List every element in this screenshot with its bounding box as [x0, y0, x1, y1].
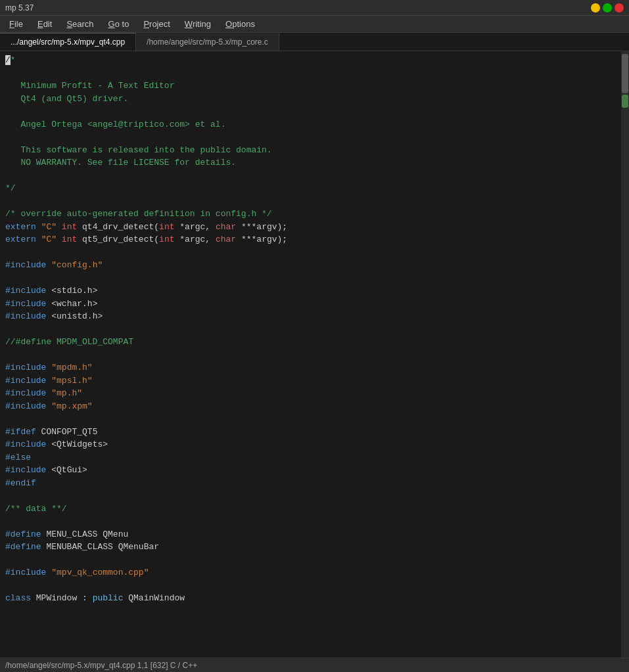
status-path: /home/angel/src/mp-5.x/mpv_qt4.cpp — [5, 661, 135, 670]
tab-bar: .../angel/src/mp-5.x/mpv_qt4.cpp /home/a… — [0, 33, 629, 51]
tab-label-2: /home/angel/src/mp-5.x/mp_core.c — [147, 37, 268, 47]
menu-writing[interactable]: Writing — [178, 18, 218, 30]
titlebar: mp 5.37 — [0, 0, 629, 16]
menu-edit[interactable]: Edit — [31, 18, 58, 30]
status-lang: C / C++ — [170, 661, 197, 670]
scroll-accent — [622, 95, 628, 108]
close-button[interactable] — [615, 3, 624, 12]
titlebar-title: mp 5.37 — [5, 3, 34, 12]
minimize-button[interactable] — [591, 3, 600, 12]
menu-goto[interactable]: Go to — [102, 18, 136, 30]
tab-mpv-qt4[interactable]: .../angel/src/mp-5.x/mpv_qt4.cpp — [0, 33, 136, 51]
window-controls — [591, 3, 624, 12]
menubar: File Edit Search Go to Project Writing O… — [0, 16, 629, 33]
editor-container: /* Minimum Profit - A Text Editor Qt4 (a… — [0, 51, 629, 658]
code-content: /* Minimum Profit - A Text Editor Qt4 (a… — [5, 54, 616, 605]
menu-file[interactable]: File — [3, 18, 30, 30]
tab-label-1: .../angel/src/mp-5.x/mpv_qt4.cpp — [11, 37, 125, 47]
tab-mp-core[interactable]: /home/angel/src/mp-5.x/mp_core.c — [136, 33, 279, 51]
menu-project[interactable]: Project — [137, 18, 176, 30]
status-lines: [632] — [151, 661, 168, 670]
code-area[interactable]: /* Minimum Profit - A Text Editor Qt4 (a… — [0, 51, 621, 658]
maximize-button[interactable] — [603, 3, 612, 12]
status-position: 1,1 — [137, 661, 149, 670]
statusbar: /home/angel/src/mp-5.x/mpv_qt4.cpp 1,1 [… — [0, 658, 629, 672]
menu-options[interactable]: Options — [219, 18, 262, 30]
scrollbar[interactable] — [621, 51, 629, 658]
menu-search[interactable]: Search — [60, 18, 100, 30]
scroll-thumb[interactable] — [622, 54, 628, 93]
